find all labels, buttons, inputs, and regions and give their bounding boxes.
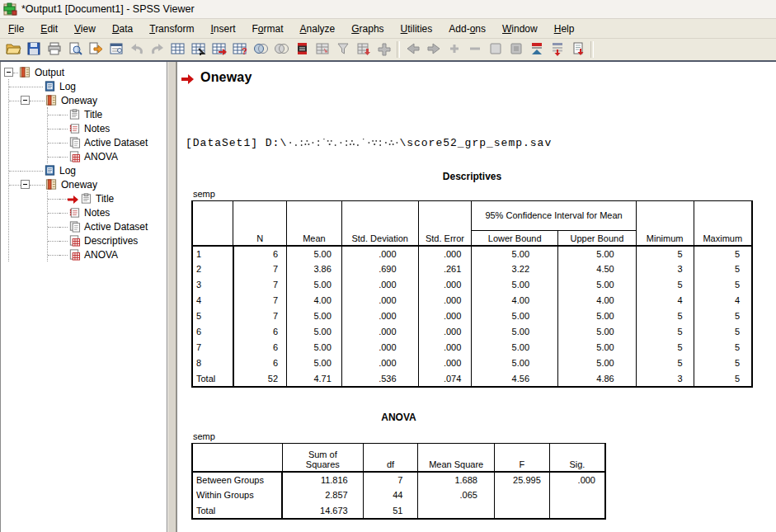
spss-app-icon[interactable] [3, 2, 17, 16]
weight-cases-button[interactable] [353, 40, 374, 59]
recall-dialog-button[interactable] [106, 40, 126, 59]
menu-window[interactable]: Window [494, 21, 546, 37]
goto-case-button[interactable] [188, 40, 209, 59]
tree-item-log[interactable]: Log [9, 79, 167, 93]
cell: 3.22 [472, 261, 558, 277]
tree-item-anova[interactable]: ANOVA [48, 149, 167, 163]
tree-item-notes[interactable]: Notes [48, 121, 167, 135]
insert-title-button[interactable] [567, 40, 588, 59]
cell: 7 [233, 277, 287, 293]
export-output-button[interactable] [85, 40, 106, 59]
menu-insert[interactable]: Insert [202, 21, 243, 37]
tree-item-active-dataset[interactable]: Active Dataset [48, 135, 167, 149]
export-output-icon [87, 41, 104, 59]
tree-item-title[interactable]: Title [48, 107, 167, 121]
show-all-variables-button[interactable] [270, 40, 291, 59]
cell: .000 [418, 293, 472, 308]
tree-item-label: Title [84, 109, 102, 120]
menu-file[interactable]: File [0, 21, 32, 37]
tree-item-label: Oneway [61, 179, 97, 191]
variables-button[interactable] [209, 40, 229, 59]
select-last-output-button[interactable] [374, 40, 394, 59]
tree-expander[interactable] [21, 180, 30, 189]
menu-edit[interactable]: Edit [32, 21, 66, 37]
cell: .000 [418, 340, 472, 355]
collapse-button[interactable] [464, 40, 485, 59]
hide-item-button[interactable] [506, 40, 526, 59]
titlebar: *Output1 [Document1] - SPSS Viewer [0, 0, 776, 19]
content-pane: Oneway [DataSet1] D:\·.:∴·:˙∵.·:∴.˙·∵:·∴… [176, 62, 776, 532]
demote-button[interactable] [423, 40, 444, 59]
notes-icon [68, 206, 81, 219]
split-file-icon [314, 41, 331, 59]
cell: .000 [418, 277, 472, 293]
redo-button[interactable] [147, 40, 167, 59]
show-item-button[interactable] [485, 40, 506, 59]
goto-case-icon [190, 41, 207, 59]
split-file-button[interactable] [312, 40, 332, 59]
column-header: Upper Bound [558, 231, 637, 246]
window-title: *Output1 [Document1] - SPSS Viewer [21, 3, 195, 15]
print-button[interactable] [44, 40, 64, 59]
tree-item-label: Active Dataset [84, 221, 148, 233]
cell: .000 [341, 293, 418, 308]
tree-item-oneway[interactable]: Oneway [9, 93, 167, 107]
pane-splitter[interactable] [167, 62, 176, 532]
tree-item-output[interactable]: Output [1, 65, 167, 79]
menu-format[interactable]: Format [244, 21, 292, 37]
table-row: Total524.71.536.0744.564.8635 [192, 371, 752, 387]
menu-analyze[interactable]: Analyze [292, 21, 344, 37]
tree-item-anova[interactable]: ANOVA [48, 247, 167, 261]
undo-icon [129, 41, 145, 59]
tree-item-oneway[interactable]: Oneway [9, 177, 167, 191]
undo-button[interactable] [126, 40, 147, 59]
cell: 5.00 [472, 340, 558, 355]
goto-data-button[interactable] [167, 40, 188, 59]
tree-item-log[interactable]: Log [9, 163, 167, 177]
tree-item-active-dataset[interactable]: Active Dataset [48, 219, 167, 233]
tree-expander[interactable] [4, 68, 13, 77]
cell: .000 [341, 340, 418, 355]
select-cases-button[interactable] [332, 40, 353, 59]
menu-add-ons[interactable]: Add-ons [440, 21, 494, 37]
cell: 4.50 [558, 261, 637, 277]
insert-heading-button[interactable] [547, 40, 567, 59]
promote-button[interactable] [402, 40, 423, 59]
menu-view[interactable]: View [66, 21, 104, 37]
variable-info-button[interactable]: ? [229, 40, 250, 59]
menu-graphs[interactable]: Graphs [343, 21, 392, 37]
menu-help[interactable]: Help [546, 21, 583, 37]
descriptives-table[interactable]: NMeanStd. DeviationStd. Error95% Confide… [191, 200, 753, 388]
table-row: 375.00.000.0005.005.0055 [192, 277, 752, 293]
cell: 52 [233, 371, 287, 387]
goto-data-icon [170, 41, 186, 59]
cell: 5.00 [287, 308, 342, 324]
menu-transform[interactable]: Transform [141, 21, 202, 37]
cell: .065 [418, 487, 495, 503]
pivot-table-icon [68, 234, 81, 247]
menu-utilities[interactable]: Utilities [393, 21, 441, 37]
tree-expander[interactable] [21, 96, 30, 105]
tree-item-notes[interactable]: Notes [48, 205, 167, 219]
row-label: 1 [192, 246, 233, 261]
print-preview-button[interactable] [64, 40, 85, 59]
recall-dialog-icon [108, 41, 125, 59]
save-file-button[interactable] [23, 40, 44, 59]
open-file-button[interactable] [2, 40, 23, 59]
menu-bar: FileEditViewDataTransformInsertFormatAna… [0, 19, 776, 39]
expand-button[interactable] [444, 40, 464, 59]
cell: 5.00 [558, 324, 637, 340]
table-row: Total14.67351 [192, 503, 605, 519]
dataset-path-redacted: ·.:∴·:˙∵.·:∴.˙·∵:·∴· [287, 137, 399, 149]
tree-item-label: Log [59, 165, 76, 177]
run-script-button[interactable] [291, 40, 312, 59]
tree-item-title[interactable]: Title [48, 191, 167, 205]
cell: 3.86 [287, 261, 342, 277]
column-header: Minimum [636, 201, 694, 246]
use-variable-sets-button[interactable] [250, 40, 270, 59]
menu-data[interactable]: Data [104, 21, 141, 37]
show-hide-outline-button[interactable] [526, 40, 547, 59]
tree-item-descriptives[interactable]: Descriptives [48, 233, 167, 247]
cell: 5 [694, 277, 752, 293]
anova-table[interactable]: Sum of SquaresdfMean SquareFSig.Between … [191, 443, 606, 520]
